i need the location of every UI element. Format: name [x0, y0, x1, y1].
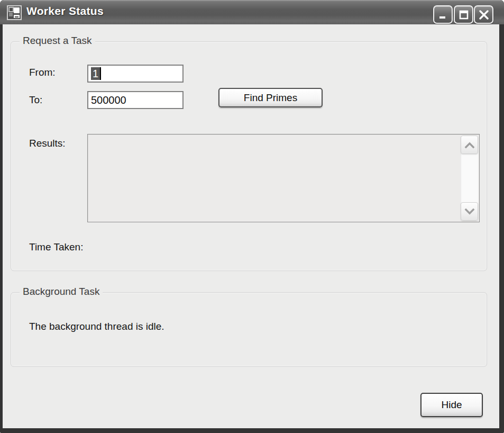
titlebar[interactable]: Worker Status	[0, 0, 504, 24]
results-textbox[interactable]	[87, 134, 480, 222]
chevron-down-icon	[464, 208, 475, 215]
minimize-button[interactable]	[433, 5, 453, 24]
text-caret	[100, 67, 101, 80]
background-status-text: The background thread is idle.	[29, 321, 164, 332]
from-input[interactable]: 1	[87, 65, 184, 83]
window-title: Worker Status	[26, 5, 104, 17]
app-icon	[7, 5, 22, 20]
group-background-task-label: Background Task	[20, 286, 103, 297]
to-input[interactable]	[87, 91, 184, 109]
to-label: To:	[29, 94, 42, 106]
worker-status-window: Worker Status Request a Task From: 1	[0, 0, 504, 433]
from-input-selected-text: 1	[91, 67, 100, 80]
maximize-icon	[459, 10, 469, 20]
results-label: Results:	[29, 138, 66, 149]
results-scrollbar[interactable]	[461, 136, 478, 221]
hide-button[interactable]: Hide	[420, 393, 483, 417]
scroll-down-button[interactable]	[461, 202, 478, 221]
time-taken-label: Time Taken:	[29, 241, 83, 253]
maximize-button[interactable]	[454, 5, 473, 24]
scroll-up-button[interactable]	[461, 136, 478, 154]
minimize-icon	[438, 10, 448, 20]
from-label: From:	[29, 67, 56, 78]
client-area: Request a Task From: 1 To: Find Primes R…	[3, 24, 499, 428]
chevron-up-icon	[464, 141, 475, 149]
find-primes-button[interactable]: Find Primes	[218, 88, 323, 107]
group-request-task-label: Request a Task	[20, 35, 95, 47]
close-button[interactable]	[474, 5, 493, 24]
close-icon	[479, 10, 489, 20]
